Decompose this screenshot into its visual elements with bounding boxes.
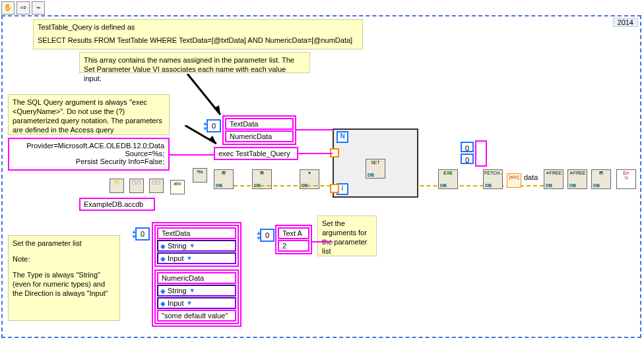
note-line: The Type is always "String" (even for nu… — [13, 270, 115, 298]
vi-build-path[interactable]: ⬚⬚ — [129, 179, 144, 193]
param-direction: Input — [168, 254, 183, 262]
for-loop[interactable]: N i SET — [333, 128, 418, 198]
note-set-arguments[interactable]: Set the arguments for the parameter list — [317, 215, 377, 256]
array-index[interactable]: ▲▼ 0 — [135, 227, 150, 241]
note-text: Set the arguments for the parameter list — [322, 219, 367, 255]
indicator-label: data — [524, 173, 538, 181]
param-type-dropdown[interactable]: ◆ String ▼ — [157, 240, 236, 252]
note-exec-query[interactable]: The SQL Query argument is always "exec <… — [8, 94, 170, 135]
chevron-down-icon: ▼ — [189, 242, 195, 249]
note-line: Set the parameter list — [13, 239, 115, 248]
block-diagram: ✋ ⇨ ⌁ 2014 TestTable_Query is defined as… — [0, 0, 644, 340]
array-index[interactable]: 0 — [461, 154, 474, 164]
vi-build-string[interactable]: %s — [193, 168, 207, 183]
tool-highlight[interactable]: ⌁ — [32, 1, 45, 14]
vi-db-open-connection[interactable]: ⛃ — [214, 169, 234, 189]
array-parameter-names[interactable]: TextData NumericData — [222, 115, 296, 145]
note-array-names[interactable]: This array contains the names assigned i… — [79, 52, 310, 73]
array-parameter-list[interactable]: TextData ◆ String ▼ ◆ Input ▼ NumericDat… — [152, 222, 242, 327]
vi-variant-to-data[interactable]: [abc] — [507, 173, 521, 188]
tool-pan[interactable]: ✋ — [1, 1, 15, 14]
node-label: EXE — [439, 171, 457, 176]
chevron-icon: ◆ — [160, 287, 166, 295]
vi-db-free-object[interactable]: ✕FREE — [544, 169, 564, 189]
chevron-icon: ◆ — [160, 242, 166, 250]
note-text: The SQL Query argument is always "exec <… — [13, 98, 162, 134]
param-name-field[interactable]: NumericData — [157, 272, 236, 284]
vi-build-path2[interactable]: ⬚⬚ — [149, 179, 164, 193]
vi-app-dir[interactable]: 📁 — [110, 179, 124, 193]
note-line: TestTable_Query is defined as — [38, 22, 358, 32]
node-label: SET — [367, 160, 384, 165]
idx-value: 0 — [141, 230, 145, 238]
idx-value: 0 — [465, 156, 469, 164]
idx-value: 0 — [265, 231, 269, 239]
note-sql-definition[interactable]: TestTable_Query is defined as SELECT Res… — [33, 19, 363, 49]
array-index[interactable]: ▲▼ 0 — [260, 229, 274, 242]
node-label: FETCH ALL — [484, 171, 501, 176]
array-index[interactable]: ▲▼ 0 — [207, 119, 221, 132]
for-N-terminal[interactable]: N — [337, 131, 348, 143]
vi-db-set-parameter-value[interactable]: SET — [366, 159, 385, 179]
chevron-icon: ◆ — [160, 255, 166, 262]
sequence-frame[interactable]: 2014 TestTable_Query is defined as SELEC… — [1, 15, 641, 338]
vi-db-free-object[interactable]: ✕FREE — [567, 169, 587, 189]
spin-icon[interactable]: ▲▼ — [256, 231, 261, 241]
chevron-down-icon: ▼ — [186, 255, 192, 262]
array-index[interactable]: 0 — [461, 142, 474, 152]
vi-db-close-connection[interactable]: ⛃ — [591, 169, 611, 189]
spin-icon[interactable]: ▲▼ — [203, 121, 207, 132]
spin-icon[interactable]: ▲▼ — [131, 229, 136, 240]
constant-sql-query[interactable]: exec TestTable_Query — [214, 147, 298, 160]
bd-toolbar: ✋ ⇨ ⌁ — [0, 0, 46, 16]
idx-value: 0 — [465, 144, 469, 152]
param-default-field[interactable]: "some default value" — [157, 310, 236, 322]
conn-line: Persist Security Info=False; — [13, 157, 164, 165]
fetch-type-constant[interactable] — [475, 140, 487, 167]
chevron-down-icon: ▼ — [189, 287, 195, 294]
tool-arrow[interactable]: ⇨ — [16, 1, 30, 14]
cluster-parameter[interactable]: NumericData ◆ String ▼ ◆ Input ▼ "some d… — [154, 269, 239, 324]
param-name-field[interactable]: TextData — [157, 227, 236, 239]
param-type: String — [168, 242, 187, 250]
conn-line: Provider=Microsoft.ACE.OLEDB.12.0;Data — [13, 142, 164, 150]
vi-db-fetch-all[interactable]: FETCH ALL — [483, 169, 503, 189]
vi-path-to-string[interactable]: abc — [170, 180, 185, 194]
array-element[interactable]: NumericData — [225, 130, 294, 142]
note-line: Note: — [13, 254, 115, 264]
param-direction-dropdown[interactable]: ◆ Input ▼ — [157, 252, 236, 264]
cluster-parameter[interactable]: TextData ◆ String ▼ ◆ Input ▼ — [154, 225, 239, 267]
param-direction-dropdown[interactable]: ◆ Input ▼ — [157, 297, 236, 309]
conn-line: Source=%s; — [13, 150, 164, 157]
note-line: SELECT Results FROM TestTable WHERE Text… — [38, 36, 358, 45]
vi-simple-error-handler[interactable]: Err?! — [616, 169, 636, 189]
chevron-icon: ◆ — [160, 300, 166, 307]
vi-db-execute[interactable]: EXE — [438, 169, 458, 189]
array-element[interactable]: Text A — [278, 227, 309, 239]
array-argument-values[interactable]: Text A 2 — [275, 225, 312, 254]
array-element[interactable]: TextData — [225, 118, 294, 130]
param-direction: Input — [168, 299, 183, 307]
frame-label: 2014 — [613, 18, 638, 27]
param-type-dropdown[interactable]: ◆ String ▼ — [157, 285, 236, 297]
chevron-down-icon: ▼ — [186, 300, 192, 306]
constant-db-filename[interactable]: ExampleDB.accdb — [79, 198, 155, 211]
param-type: String — [168, 287, 187, 295]
constant-connection-string[interactable]: Provider=Microsoft.ACE.OLEDB.12.0;Data S… — [8, 138, 170, 171]
idx-value: 0 — [212, 122, 216, 130]
tunnel-autoindex[interactable] — [330, 184, 339, 193]
note-param-list[interactable]: Set the parameter list Note: The Type is… — [8, 235, 120, 321]
array-element[interactable]: 2 — [278, 240, 309, 252]
